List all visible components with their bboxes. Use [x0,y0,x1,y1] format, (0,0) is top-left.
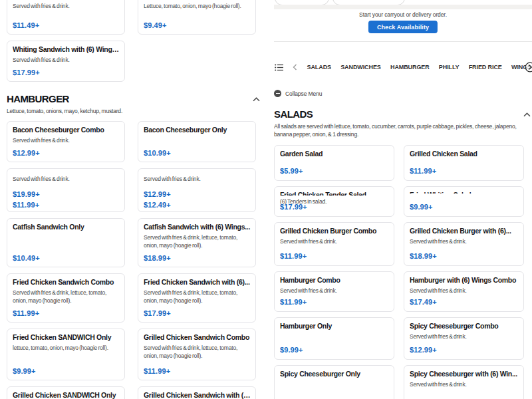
menu-item-card[interactable]: Whiting Sandwich ComboServed with fries … [7,0,125,35]
menu-item-card[interactable]: Bacon Cheeseburger ComboServed with frie… [7,121,125,162]
collapse-menu-button[interactable]: Collapse Menu [274,90,532,97]
left-menu-rows: Whiting Sandwich ComboServed with fries … [7,0,261,399]
menu-item-card[interactable]: Fried Chicken Tender Salad(6) Tenders in… [274,186,394,217]
menu-row: Bacon Cheeseburger with (6)...Served wit… [7,168,261,212]
nav-item-salads[interactable]: SALADS [307,64,331,70]
menu-item-title: Grilled Chicken Burger with (6)... [410,227,519,235]
menu-row: Hamburger Only$9.99+Spicy Cheeseburger C… [274,317,532,360]
menu-row: Grilled Chicken Burger ComboServed with … [274,222,532,266]
menu-item-price: $10.99+ [144,149,251,158]
menu-item-card[interactable]: Spicy Cheeseburger ComboServed with frie… [404,317,524,360]
menu-item-desc: Served with fries & drink. [410,238,519,245]
menu-item-card[interactable]: Hamburger Only$9.99+ [274,317,394,360]
menu-item-card[interactable]: Garden Salad$5.99+ [274,145,394,181]
check-availability-button[interactable]: Check Availability [368,21,438,33]
menu-item-title: Grilled Chicken Salad [410,150,519,158]
category-nav: SALADS SANDWICHES HAMBURGER PHILLY FRIED… [274,61,532,74]
menu-item-card[interactable]: Grilled Chicken Burger with (6)...Served… [404,222,524,266]
menu-item-desc: Served with fries & drink. [13,3,120,10]
menu-item-title: Hamburger Only [280,322,389,331]
menu-item-card[interactable]: BBQ Cheeseburger ComboServed with fries … [138,168,256,212]
menu-item-card[interactable]: Grilled Chicken Sandwich with (6...Serve… [138,386,256,399]
menu-item-card[interactable]: Grilled Chicken Salad$11.99+ [404,145,524,181]
menu-item-title: Catfish Sandwich Only [13,223,120,231]
menu-item-card[interactable]: Catfish Sandwich with (6) Wings...Served… [138,218,256,267]
menu-item-card[interactable]: Bacon Cheeseburger Only$10.99+ [138,121,256,162]
menu-item-title: Hamburger with (6) Wings Combo [410,276,519,285]
order-bar: Start your carryout or delivery order. C… [274,0,532,42]
collapse-menu-label: Collapse Menu [285,90,322,97]
menu-item-card[interactable]: Hamburger ComboServed with fries & drink… [274,271,394,312]
chevron-left-icon[interactable] [293,64,297,70]
menu-item-title: Fried Chicken Sandwich Combo [13,278,120,287]
menu-item-desc: Lettuce, tomato, onion, mayo (hoagie rol… [144,3,251,10]
menu-item-title: Bacon Cheeseburger Combo [13,126,120,134]
nav-item-hamburger[interactable]: HAMBURGER [390,64,430,70]
menu-item-price: $17.99+ [144,309,251,318]
menu-row: Fried Chicken Sandwich ComboServed with … [7,273,261,323]
menu-item-desc: lettuce, tomato, onion, mayo (hoagie rol… [13,344,120,352]
menu-item-card[interactable]: Fried Chicken SANDWICH Onlylettuce, toma… [7,329,125,380]
menu-list-icon[interactable] [275,64,283,71]
chevron-up-icon[interactable] [522,106,532,121]
menu-item-price: $17.49+ [410,298,519,307]
card-spacer [138,41,256,82]
menu-row: Whiting Sandwich ComboServed with fries … [7,0,261,35]
menu-row: Catfish Sandwich Only$10.49+Catfish Sand… [7,218,261,267]
menu-item-price: $11.99+ [13,309,120,318]
section-subtitle: All salads are served with lettuce, toma… [274,122,532,139]
menu-item-card[interactable]: Fried Chicken Sandwich with (6)...Served… [138,273,256,323]
menu-item-title: Grilled Chicken Sandwich Combo [144,333,251,342]
menu-item-price-clipped: $11.99+ [13,201,120,209]
menu-item-title: Fried Chicken Sandwich with (6)... [144,278,251,287]
chevron-right-icon[interactable] [525,62,532,75]
nav-item-sandwiches[interactable]: SANDWICHES [340,64,381,70]
menu-item-card[interactable]: Grilled Chicken Burger ComboServed with … [274,222,394,266]
menu-item-price-clipped: $12.49+ [144,201,251,209]
section-title: SALADS [274,108,313,120]
menu-item-card[interactable]: Grilled Chicken SANDWICH Only [7,386,125,399]
menu-item-title: Grilled Chicken SANDWICH Only [13,391,120,399]
nav-item-fried-rice[interactable]: FRIED RICE [469,64,502,70]
menu-item-card[interactable]: Hamburger with (6) Wings ComboServed wit… [404,271,524,312]
menu-item-price: $11.99+ [280,252,389,261]
menu-item-title: Grilled Chicken Burger Combo [280,227,389,235]
menu-item-price: $18.99+ [144,254,251,263]
menu-item-card[interactable]: Spicy Cheeseburger Only$10.99+ [274,365,394,399]
nav-item-philly[interactable]: PHILLY [439,64,460,70]
menu-item-card[interactable]: Spicy Cheeseburger with (6) Win...Served… [404,365,524,399]
menu-item-title: Spicy Cheeseburger with (6) Win... [410,370,519,378]
menu-section-header: SALADS [274,106,532,121]
menu-item-price: $9.99+ [13,367,120,376]
menu-item-title: Fried Whiting Salad [410,191,519,194]
menu-item-price: $11.99+ [280,298,389,307]
menu-item-desc: Served with fries & drink. [410,333,519,340]
menu-item-price: $9.49+ [144,21,251,30]
menu-row: Bacon Cheeseburger ComboServed with frie… [7,121,261,162]
menu-item-card[interactable]: Fried Whiting Salad$9.99+ [404,186,524,217]
menu-item-card[interactable]: Whiting Sandwich OnlyLettuce, tomato, on… [138,0,256,35]
menu-item-price: $5.99+ [280,167,389,176]
menu-item-card[interactable]: Bacon Cheeseburger with (6)...Served wit… [7,168,125,212]
collapse-circle-minus-icon [274,90,281,97]
menu-row: Fried Chicken SANDWICH Onlylettuce, toma… [7,329,261,380]
menu-item-title: Fried Chicken SANDWICH Only [13,333,120,342]
menu-item-price: $12.99+ [13,149,120,158]
menu-item-desc: Served with fries & drink, lettuce, toma… [144,289,251,305]
menu-item-card[interactable]: Catfish Sandwich Only$10.49+ [7,218,125,267]
menu-item-price: $11.99+ [410,167,519,176]
menu-item-price: $17.99+ [13,68,120,77]
menu-row: Spicy Cheeseburger Only$10.99+Spicy Chee… [274,365,532,399]
menu-row: Garden Salad$5.99+Grilled Chicken Salad$… [274,145,532,181]
chevron-up-icon[interactable] [251,91,261,106]
menu-item-price: $12.99+ [144,190,251,199]
menu-row: Grilled Chicken SANDWICH OnlyGrilled Chi… [7,386,261,399]
menu-item-price: $18.99+ [410,252,519,261]
menu-item-card[interactable]: Whiting Sandwich with (6) Wings...Served… [7,41,125,82]
menu-item-title: Spicy Cheeseburger Only [280,370,389,378]
menu-item-card[interactable]: Grilled Chicken Sandwich ComboServed wit… [138,329,256,380]
menu-item-desc: Served with fries & drink. [13,176,120,183]
menu-item-title: Whiting Sandwich with (6) Wings... [13,45,120,54]
menu-item-card[interactable]: Fried Chicken Sandwich ComboServed with … [7,273,125,323]
menu-item-title: Hamburger Combo [280,276,389,285]
